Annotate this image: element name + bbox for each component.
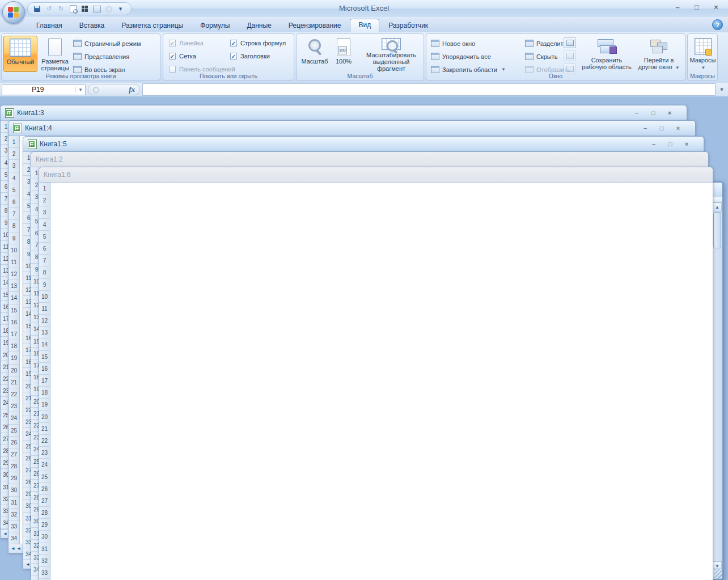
child-restore-button[interactable]: □ [649,109,658,116]
switch-windows-button[interactable]: Перейти в другое окно ▼ [634,36,684,72]
child-minimize-button[interactable]: – [641,125,650,132]
macros-button[interactable]: Макросы▼ [689,36,716,72]
new-window-button[interactable]: Новое окно [431,38,475,49]
child-restore-button[interactable]: □ [666,141,675,147]
zoom-icon [306,38,323,56]
zoom-to-selection-icon [382,38,401,50]
save-workspace-button[interactable]: Сохранить рабочую область [581,36,633,72]
window-controls: –□× [641,125,691,132]
ribbon-group-macros: Макросы▼ Макросы [687,33,718,81]
help-button[interactable]: ? [712,19,723,30]
arrange-all-button[interactable]: Упорядочить все [431,51,491,62]
ribbon-tab-Вставка[interactable]: Вставка [71,19,113,32]
view-side-by-side-icon[interactable] [564,37,576,48]
close-button[interactable]: × [711,3,721,12]
customize-quick-access-icon[interactable]: ▾ [116,5,125,14]
page-layout-button[interactable]: Разметка страницы [39,36,71,72]
reset-window-position-glyph [566,66,574,72]
ribbon-tab-Разметка страницы[interactable]: Разметка страницы [113,19,191,32]
reset-window-position-icon [564,63,576,74]
window-body: 1234567891011121314151617181920212223242… [39,183,713,580]
view-shortcuts-icon[interactable] [80,5,90,14]
name-box[interactable]: P19 ▼ [2,84,86,95]
group-label-macros: Макросы [688,73,717,79]
resize-grip[interactable] [714,569,722,579]
split-handle[interactable] [713,197,722,202]
scroll-up-icon[interactable]: ▲ [713,202,722,211]
expand-formula-bar-icon[interactable]: ▼ [718,84,726,95]
window-controls: –□× [632,109,682,116]
name-box-dropdown-icon[interactable]: ▼ [75,87,85,92]
zoom-button[interactable]: Масштаб [300,36,329,72]
checkbox-Заголовки[interactable]: ✓Заголовки [230,52,270,61]
synchronous-scrolling-icon [564,50,576,61]
group-label-zoom: Масштаб [297,73,424,79]
ribbon-tab-Рецензирование[interactable]: Рецензирование [281,19,349,32]
ribbon-tab-Вид[interactable]: Вид [350,19,379,32]
ribbon-tab-row: ГлавнаяВставкаРазметка страницыФормулыДа… [0,17,728,32]
window-titlebar-Книга1:5[interactable]: Книга1:5–□× [23,137,704,152]
minimize-button[interactable]: – [672,3,683,12]
page-layout-icon [48,38,62,56]
page-break-preview-button[interactable]: Страничный режим [73,38,141,49]
window-titlebar-Книга1:2[interactable]: Книга1:2 [31,152,708,167]
child-minimize-button[interactable]: – [649,141,658,147]
child-close-button[interactable]: × [682,141,691,147]
arrange-all-icon [431,53,439,60]
group-label-workbook-views: Режимы просмотра книги [2,73,160,79]
checkbox-box-Заголовки[interactable]: ✓ [230,53,237,60]
ribbon-tab-Формулы[interactable]: Формулы [192,19,238,32]
window-title: Книга1:2 [36,155,704,163]
window-titlebar-Книга1:3[interactable]: Книга1:3–□× [1,105,687,121]
normal-view-button[interactable]: Обычный [3,36,37,72]
zoom-100-button[interactable]: 100% [331,36,357,72]
checkbox-box-Панель сообщений [169,66,176,73]
checkbox-Сетка[interactable]: ✓Сетка [169,52,196,61]
ribbon-tab-Главная[interactable]: Главная [28,19,70,32]
ribbon-tab-Разработчик[interactable]: Разработчик [380,19,436,32]
name-box-value: P19 [2,86,75,94]
view-side-by-side-glyph [566,40,574,46]
split-button[interactable]: Разделить [525,38,566,49]
window-titlebar-Книга1:6[interactable]: Книга1:6 [39,167,713,183]
title-bar: ↺↻▾ Microsoft Excel – □ × [0,0,728,18]
ribbon: Обычный Разметка страницы Страничный реж… [0,32,728,83]
switch-windows-icon [647,38,670,55]
office-button[interactable] [2,1,25,24]
switch-window-icon[interactable] [92,5,101,14]
ribbon-tab-Данные[interactable]: Данные [239,19,279,32]
freeze-panes-dropdown-icon: ▼ [501,67,506,72]
save-icon[interactable] [32,5,42,14]
checkbox-box-Сетка[interactable]: ✓ [169,53,176,60]
child-close-button[interactable]: × [665,109,674,116]
formula-bar: P19 ▼ fx ▼ [0,83,728,97]
vertical-scrollbar[interactable]: ▲ ▼ [712,197,722,570]
window-title: Книга1:5 [40,140,649,148]
group-label-show-hide: Показать или скрыть [163,73,294,79]
formula-bar-dot-icon [93,87,99,93]
redo-icon: ↻ [56,5,66,14]
new-window-icon [431,40,439,47]
restore-button[interactable]: □ [692,3,702,12]
checkbox-Строка формул[interactable]: ✓Строка формул [230,39,286,48]
child-close-button[interactable]: × [674,125,683,132]
workbook-window-Книга1:6[interactable]: Книга1:612345678910111213141516171819202… [39,167,713,580]
child-restore-button[interactable]: □ [657,125,666,132]
insert-function-button[interactable]: fx [129,85,135,94]
formula-input[interactable] [142,83,716,96]
print-preview-icon[interactable] [68,5,78,14]
child-minimize-button[interactable]: – [632,109,641,116]
hide-window-button[interactable]: Скрыть [525,51,558,62]
window-title: Книга1:6 [44,171,708,179]
checkbox-box-Строка формул[interactable]: ✓ [230,40,237,46]
zoom-to-selection-button[interactable]: Масштабировать выделенный фрагмент [360,36,422,72]
vertical-scroll-thumb[interactable] [713,212,721,248]
window-titlebar-Книга1:4[interactable]: Книга1:4–□× [9,121,695,136]
save-workspace-icon [595,38,618,55]
custom-views-button[interactable]: Представления [73,51,129,62]
custom-views-icon [73,53,82,60]
office-logo-icon [8,7,19,18]
window-controls: – □ × [672,3,721,12]
ribbon-group-window: Новое окно Упорядочить все Закрепить обл… [426,33,685,81]
ribbon-group-zoom: Масштаб 100% Масштабировать выделенный ф… [296,33,424,81]
